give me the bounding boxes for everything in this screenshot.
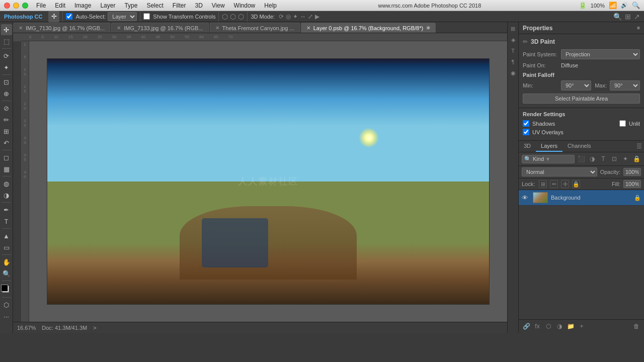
- paint-system-select[interactable]: Projection: [561, 49, 640, 59]
- blend-mode-select[interactable]: Normal: [522, 167, 597, 176]
- blur-tool[interactable]: ◍: [1, 178, 12, 189]
- extra-tools[interactable]: ···: [1, 311, 12, 322]
- text-tool[interactable]: T: [1, 216, 12, 227]
- gradient-tool[interactable]: ▦: [1, 163, 12, 174]
- menu-edit[interactable]: Edit: [51, 2, 69, 10]
- 3d-orbit-btn[interactable]: ⟳: [279, 13, 284, 20]
- menu-file[interactable]: File: [32, 2, 50, 10]
- canvas-image[interactable]: 人人素材社区: [47, 58, 490, 305]
- layer-fx-btn[interactable]: fx: [533, 322, 542, 331]
- select-paintable-btn[interactable]: Select Paintable Area: [523, 94, 640, 104]
- eraser-tool[interactable]: ◻: [1, 152, 12, 163]
- menu-type[interactable]: Type: [120, 2, 141, 10]
- filter-shape-btn[interactable]: ⊡: [610, 154, 619, 163]
- filter-type-btn[interactable]: T: [599, 154, 608, 163]
- lock-image-btn[interactable]: ✏: [550, 180, 558, 188]
- status-arrow[interactable]: >: [93, 325, 96, 331]
- foreground-color[interactable]: [1, 285, 8, 292]
- align-right-btn[interactable]: ⬡: [238, 13, 244, 21]
- canvas-area[interactable]: 人人素材社区: [29, 41, 507, 322]
- fill-input[interactable]: [623, 180, 641, 188]
- character-icon[interactable]: T: [509, 46, 518, 55]
- color-icon[interactable]: ◉: [509, 68, 518, 77]
- menu-help[interactable]: Help: [260, 2, 281, 10]
- close-button[interactable]: [4, 3, 10, 9]
- color-swatches[interactable]: [1, 285, 12, 296]
- menu-filter[interactable]: Filter: [169, 2, 190, 10]
- menu-window[interactable]: Window: [230, 2, 260, 10]
- menu-select[interactable]: Select: [142, 2, 167, 10]
- menu-view[interactable]: View: [208, 2, 229, 10]
- move-tool[interactable]: ✢: [1, 24, 12, 35]
- clone-tool[interactable]: ⊞: [1, 126, 12, 137]
- crop-tool[interactable]: ⊡: [1, 76, 12, 87]
- marquee-tool[interactable]: ⬚: [1, 36, 12, 47]
- layer-link-btn[interactable]: 🔗: [522, 322, 531, 331]
- magic-wand-tool[interactable]: ✦: [1, 62, 12, 73]
- hand-tool[interactable]: ✋: [1, 256, 12, 267]
- unlit-checkbox[interactable]: [619, 120, 626, 127]
- tab-layers[interactable]: Layers: [536, 141, 562, 152]
- brush-tool[interactable]: ✏: [1, 114, 12, 125]
- max-select[interactable]: 90°: [610, 80, 640, 90]
- layer-item-background[interactable]: 👁 Background 🔒: [519, 190, 644, 206]
- tab-img7130[interactable]: ✕ IMG_7130.jpg @ 16.7% (RGB...: [13, 23, 110, 33]
- tab-img7133[interactable]: ✕ IMG_7133.jpg @ 16.7% (RGB...: [111, 23, 208, 33]
- share-btn[interactable]: ↗: [634, 13, 640, 21]
- 3dpaint-icon[interactable]: ◈: [509, 35, 518, 44]
- dodge-tool[interactable]: ◑: [1, 190, 12, 201]
- lasso-tool[interactable]: ⟳: [1, 50, 12, 61]
- properties-header[interactable]: Properties ≡: [519, 22, 644, 34]
- layer-group-btn[interactable]: 📁: [566, 322, 575, 331]
- min-select[interactable]: 90°: [561, 80, 591, 90]
- layer-delete-btn[interactable]: 🗑: [632, 322, 641, 331]
- workspace-btn[interactable]: ⊞: [625, 13, 631, 21]
- tab-close-2[interactable]: ✕: [117, 25, 121, 31]
- filter-smart-btn[interactable]: ✦: [621, 154, 630, 163]
- tab-close-3[interactable]: ✕: [215, 25, 219, 31]
- align-center-btn[interactable]: ⬡: [230, 13, 236, 21]
- search-btn[interactable]: 🔍: [613, 13, 622, 21]
- menu-image[interactable]: Image: [70, 2, 95, 10]
- layers-panel-options-icon[interactable]: ☰: [636, 143, 642, 150]
- layer-new-btn[interactable]: +: [577, 322, 586, 331]
- layer-visibility-eye[interactable]: 👁: [522, 194, 530, 202]
- uv-overlays-checkbox[interactable]: [523, 129, 529, 135]
- lock-transparent-btn[interactable]: ⊞: [539, 180, 547, 188]
- layer-mask-btn[interactable]: ⬡: [544, 322, 553, 331]
- history-tool[interactable]: ↶: [1, 137, 12, 148]
- align-left-btn[interactable]: ⬡: [222, 13, 228, 21]
- path-tool[interactable]: ▲: [1, 230, 12, 241]
- filter-lock-btn[interactable]: 🔒: [632, 154, 641, 163]
- tab-theta[interactable]: ✕ Theta Fremont Canyon.jpg ...: [210, 23, 300, 33]
- healing-tool[interactable]: ⊘: [1, 103, 12, 114]
- lock-all-btn[interactable]: 🔒: [572, 180, 580, 188]
- menu-3d[interactable]: 3D: [191, 2, 206, 10]
- minimize-button[interactable]: [13, 3, 19, 9]
- 3d-slide-btn[interactable]: ↔: [300, 13, 306, 20]
- lock-position-btn[interactable]: ✢: [561, 180, 569, 188]
- menu-layer[interactable]: Layer: [96, 2, 119, 10]
- paragraph-icon[interactable]: ¶: [509, 57, 518, 66]
- filter-dropdown-icon[interactable]: ▼: [545, 156, 550, 162]
- filter-pixel-btn[interactable]: ⬛: [577, 154, 586, 163]
- 3d-roll-btn[interactable]: ◎: [286, 13, 291, 20]
- tab-layer0[interactable]: ✕ Layer 0.psb @ 16.7% (Background, RGB/8…: [301, 23, 436, 33]
- eyedropper-tool[interactable]: ⊕: [1, 88, 12, 99]
- 3d-scale-btn[interactable]: ⤢: [308, 13, 313, 20]
- auto-select-checkbox[interactable]: [66, 13, 72, 20]
- layer-adjustment-btn[interactable]: ◑: [555, 322, 564, 331]
- 3d-video-btn[interactable]: ▶: [315, 13, 319, 20]
- 3d-pan-btn[interactable]: ✦: [293, 13, 298, 20]
- move-tool-btn[interactable]: ✢: [48, 11, 59, 22]
- properties-icon[interactable]: ⊞: [509, 24, 518, 33]
- opacity-input[interactable]: [623, 168, 641, 176]
- pen-tool[interactable]: ✒: [1, 204, 12, 215]
- auto-select-dropdown[interactable]: Layer: [108, 12, 137, 21]
- tab-close-1[interactable]: ✕: [19, 25, 23, 31]
- tab-channels[interactable]: Channels: [562, 141, 596, 152]
- quick-mask-tool[interactable]: ⬡: [1, 299, 12, 310]
- maximize-button[interactable]: [22, 3, 28, 9]
- shape-tool[interactable]: ▭: [1, 242, 12, 253]
- tab-3d[interactable]: 3D: [519, 141, 536, 152]
